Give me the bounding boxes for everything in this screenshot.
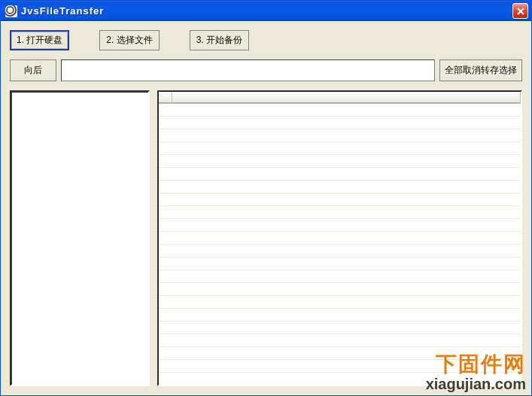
folder-tree-panel[interactable]: [10, 90, 150, 386]
path-field[interactable]: [61, 59, 435, 81]
list-header-col2[interactable]: [172, 92, 521, 103]
app-icon: [5, 5, 17, 17]
close-icon: [517, 8, 524, 15]
start-backup-button[interactable]: 3. 开始备份: [190, 30, 249, 50]
file-list-panel[interactable]: [157, 90, 522, 386]
titlebar: JvsFileTransfer: [1, 1, 531, 21]
close-button[interactable]: [512, 3, 528, 19]
deselect-all-button[interactable]: 全部取消转存选择: [439, 59, 522, 81]
open-disk-button[interactable]: 1. 打开硬盘: [10, 30, 69, 50]
step-toolbar: 1. 打开硬盘 2. 选择文件 3. 开始备份: [7, 27, 525, 58]
list-header-col1[interactable]: [159, 92, 172, 103]
client-area: 1. 打开硬盘 2. 选择文件 3. 开始备份 向后 全部取消转存选择: [1, 21, 531, 395]
list-header: [159, 92, 521, 104]
back-button[interactable]: 向后: [10, 59, 56, 81]
select-files-button[interactable]: 2. 选择文件: [99, 30, 159, 50]
window-title: JvsFileTransfer: [21, 5, 512, 17]
nav-toolbar: 向后 全部取消转存选择: [7, 58, 525, 89]
app-window: JvsFileTransfer 1. 打开硬盘 2. 选择文件 3. 开始备份 …: [0, 0, 532, 396]
content-area: [7, 89, 525, 389]
list-body[interactable]: [159, 104, 521, 385]
